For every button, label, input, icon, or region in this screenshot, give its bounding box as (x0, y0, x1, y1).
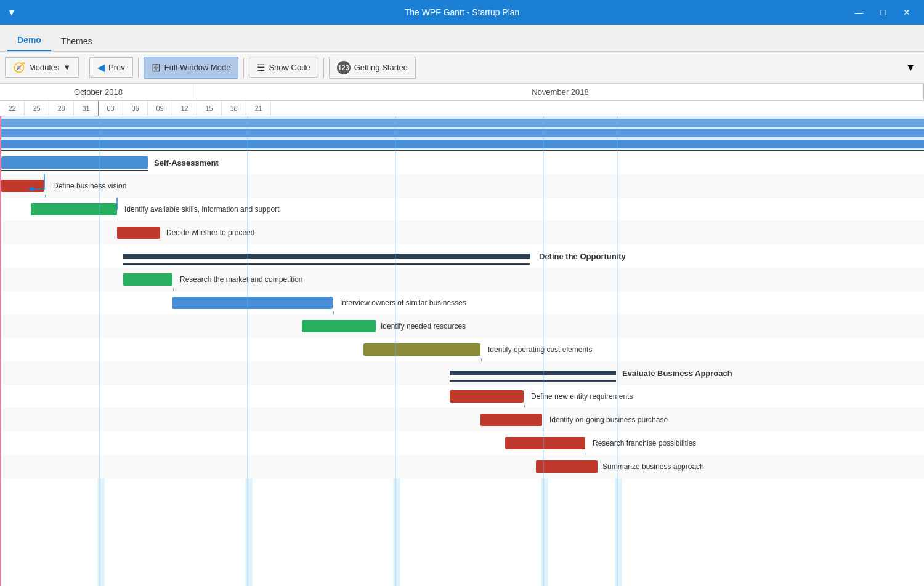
bar-define-entity (450, 390, 524, 403)
day-09: 09 (148, 101, 172, 116)
prev-button[interactable]: ◀ Prev (89, 57, 133, 78)
task-row-ongoing-purchase: ↓ Identify on-going business purchase (0, 408, 924, 431)
gantt-container: October 2018 November 2018 22 25 28 31 0… (0, 84, 924, 586)
summary-bar-row3 (0, 140, 924, 148)
title-bar: ▼ The WPF Gantt - Startup Plan — □ ✕ (0, 0, 924, 25)
bar-interview (172, 297, 333, 309)
fullwindow-button[interactable]: ⊞ Full-Window Mode (144, 57, 239, 79)
month-row: October 2018 November 2018 (0, 84, 924, 101)
month-october: October 2018 (0, 84, 197, 100)
gettingstarted-button[interactable]: 123 Getting Started (329, 57, 416, 79)
month-november: November 2018 (197, 84, 924, 100)
label-decide: Decide whether to proceed (166, 228, 254, 237)
day-12: 12 (172, 101, 197, 116)
task-row-self-assessment: Self-Assessment (0, 151, 924, 174)
compass-icon: 🧭 (13, 62, 25, 73)
label-research-market: Research the market and competition (180, 275, 302, 284)
summary-bar-row2 (0, 129, 924, 137)
close-button[interactable]: ✕ (897, 5, 917, 20)
task-row-evaluate-business: Evaluate Business Approach (0, 361, 924, 385)
day-25: 25 (25, 101, 49, 116)
toolbar-chevron-icon[interactable]: ▼ (902, 58, 919, 77)
label-define-entity: Define new entity requirements (531, 392, 633, 401)
separator-3 (243, 58, 244, 78)
label-operating-cost: Identify operating cost elements (488, 345, 592, 354)
day-06: 06 (123, 101, 148, 116)
label-evaluate-business: Evaluate Business Approach (622, 369, 732, 378)
task-row-needed-resources: Identify needed resources (0, 315, 924, 338)
bar-ongoing-purchase (480, 414, 542, 426)
label-define-opportunity: Define the Opportunity (539, 252, 626, 261)
bar-decide (117, 227, 160, 239)
day-31: 31 (74, 101, 99, 116)
label-summarize: Summarize business approach (602, 462, 704, 471)
label-interview: Interview owners of similar businesses (340, 299, 466, 307)
minimize-button[interactable]: — (849, 5, 870, 20)
label-self-assessment: Self-Assessment (154, 158, 219, 167)
day-18: 18 (222, 101, 246, 116)
bar-identify-skills (31, 203, 117, 215)
bar-evaluate-summary (450, 371, 616, 375)
title-bar-controls: — □ ✕ (849, 5, 917, 20)
timeline-header: October 2018 November 2018 22 25 28 31 0… (0, 84, 924, 116)
bar-evaluate-line (450, 380, 616, 382)
task-row-identify-skills: ↓ Identify available skills, information… (0, 198, 924, 221)
dropdown-icon: ▼ (63, 63, 71, 72)
num-icon: 123 (337, 61, 351, 74)
gantt-body: Self-Assessment ↓ Define business vision… (0, 116, 924, 586)
day-row: 22 25 28 31 03 06 09 12 15 18 21 (0, 101, 924, 116)
modules-button[interactable]: 🧭 Modules ▼ (5, 57, 79, 78)
tab-demo[interactable]: Demo (7, 30, 51, 51)
task-row-decide: Decide whether to proceed (0, 221, 924, 244)
separator-1 (84, 58, 84, 78)
label-ongoing-purchase: Identify on-going business purchase (549, 415, 668, 424)
bar-franchise (505, 437, 585, 449)
task-row-research-market: ↓ Research the market and competition (0, 268, 924, 291)
bar-self-assessment (1, 156, 148, 169)
label-franchise: Research franchise possibilities (593, 439, 696, 448)
tab-bar: Demo Themes (0, 25, 924, 52)
label-define-vision: Define business vision (53, 182, 126, 190)
task-row-define-opportunity: Define the Opportunity (0, 244, 924, 268)
prev-icon: ◀ (97, 62, 105, 73)
toolbar: 🧭 Modules ▼ ◀ Prev ⊞ Full-Window Mode ☰ … (0, 52, 924, 84)
task-row-operating-cost: ↓ Identify operating cost elements (0, 338, 924, 361)
maximize-button[interactable]: □ (875, 5, 892, 20)
label-needed-resources: Identify needed resources (381, 322, 466, 331)
title-bar-left: ▼ (7, 7, 16, 17)
separator-4 (323, 58, 324, 78)
task-row-interview: ↓ Interview owners of similar businesses (0, 291, 924, 315)
fullwindow-icon: ⊞ (152, 61, 161, 74)
window-title: The WPF Gantt - Startup Plan (405, 7, 520, 17)
day-21: 21 (246, 101, 271, 116)
task-row-define-entity: ↓ Define new entity requirements (0, 385, 924, 408)
bar-needed-resources (302, 320, 376, 332)
bar-define-opportunity-summary (123, 254, 530, 259)
separator-2 (138, 58, 139, 78)
summary-bar-row1 (0, 119, 924, 127)
app-menu-icon[interactable]: ▼ (7, 7, 16, 17)
day-03: 03 (99, 101, 123, 116)
bar-summarize (536, 460, 598, 473)
bar-define-vision (1, 180, 44, 192)
day-28: 28 (49, 101, 74, 116)
bar-operating-cost (363, 343, 480, 356)
showcode-button[interactable]: ☰ Show Code (249, 58, 318, 78)
task-row-summarize: Summarize business approach (0, 455, 924, 478)
bar-define-opportunity-line (123, 263, 530, 265)
task-row-define-vision: ↓ Define business vision (0, 174, 924, 198)
pink-left-line (0, 116, 1, 586)
day-22: 22 (0, 101, 25, 116)
task-row-franchise: ↓ Research franchise possibilities (0, 431, 924, 455)
code-icon: ☰ (257, 62, 265, 73)
bar-research-market (123, 273, 172, 286)
tab-themes[interactable]: Themes (51, 31, 102, 51)
day-15: 15 (197, 101, 222, 116)
summary-header-area (0, 116, 924, 151)
label-identify-skills: Identify available skills, information a… (124, 205, 279, 214)
summary-underline-1 (1, 170, 148, 171)
